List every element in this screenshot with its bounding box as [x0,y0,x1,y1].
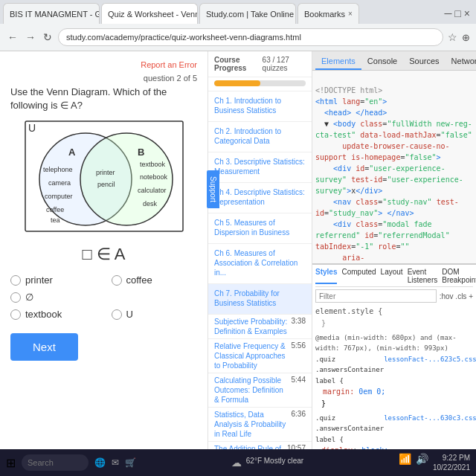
event-listeners-tab[interactable]: Event Listeners [408,268,438,284]
lesson-3-duration: 5:44 [292,376,306,405]
chapter-6-title: Ch 6. Measures of Association & Correlat… [214,248,306,277]
devtools-styles-view: Styles Computed Layout Event Listeners D… [312,264,476,476]
css-rule-media: @media (min-width: 680px) and (max-width… [315,332,473,410]
tab-bookmarks[interactable]: Bookmarks × [298,3,359,24]
network-icon: 📶 [399,453,411,472]
radio-printer[interactable] [10,275,21,286]
progress-count: 63 / 127 quizzes [263,56,306,72]
tab-bis-label: BIS IT MANAGMENT - Google S... [10,10,100,19]
report-error-link[interactable]: Report an Error [141,60,197,69]
tab-study[interactable]: Study.com | Take Online Course... × [199,3,296,24]
devtools-tab-network[interactable]: Network [446,54,476,70]
chapter-1-title: Ch 1. Introduction to Business Statistic… [214,96,306,115]
devtools-tab-console[interactable]: Console [361,54,403,70]
tab-quiz[interactable]: Quiz & Worksheet - Venn Diag... × [101,3,198,24]
reload-button[interactable]: ↻ [42,30,54,45]
extensions-icon[interactable]: ⊕ [462,32,470,43]
tab-bookmarks-close[interactable]: × [348,10,353,18]
lesson-3-title: Calculating Possible Outcomes: Definitio… [214,376,289,405]
tab-quiz-label: Quiz & Worksheet - Venn Diag... [108,10,198,19]
option-coffee[interactable]: coffee [112,274,198,286]
option-coffee-label: coffee [126,274,152,286]
lesson-2[interactable]: Relative Frequency & Classical Approache… [208,339,312,373]
css-margin-prop: margin: 0em 0; [315,386,473,398]
taskbar-system-icons: ☁ 62°F Mostly clear [231,457,303,469]
chapter-3-title: Ch 3. Descriptive Statistics: Measuremen… [214,157,306,176]
progress-label: Course Progress [214,56,263,72]
radio-textbook[interactable] [10,309,21,320]
chapter-2[interactable]: Ch 2. Introduction to Categorical Data [208,122,312,152]
svg-text:printer: printer [96,169,115,176]
css-media-query: @media (min-width: 680px) and (max-width… [315,332,473,354]
tab-bis[interactable]: BIS IT MANAGMENT - Google S... × [3,3,100,24]
address-input[interactable] [58,28,443,46]
taskbar-app-store[interactable]: 🛒 [125,457,136,468]
devtools-tab-sources[interactable]: Sources [403,54,445,70]
chapter-1[interactable]: Ch 1. Introduction to Business Statistic… [208,91,312,122]
chapter-6[interactable]: Ch 6. Measures of Association & Correlat… [208,244,312,284]
styles-tab[interactable]: Styles [315,268,337,284]
back-button[interactable]: ← [6,30,19,45]
option-empty-set[interactable]: ∅ [10,292,197,303]
radio-u[interactable] [112,309,122,320]
lesson-4[interactable]: Statistics, Data Analysis & Probability … [208,408,312,442]
chapter-7-title: Ch 7. Probability for Business Statistic… [214,289,306,308]
bookmark-star-icon[interactable]: ☆ [448,31,457,43]
support-tab[interactable]: Support [207,170,219,208]
option-u[interactable]: U [112,309,198,320]
radio-empty-set[interactable] [10,292,21,303]
chapter-5[interactable]: Ch 5. Measures of Dispersion in Business [208,213,312,244]
option-textbook[interactable]: textbook [10,309,97,320]
clock: 9:22 PM 10/22/2021 [433,453,470,472]
tab-bar: BIS IT MANAGMENT - Google S... × Quiz & … [0,0,476,24]
forward-button[interactable]: → [24,30,37,45]
lesson-3[interactable]: Calculating Possible Outcomes: Definitio… [208,373,312,408]
radio-coffee[interactable] [112,275,122,286]
dom-breakpoints-tab[interactable]: DOM Breakpoints [442,268,476,284]
taskbar-app-edge[interactable]: 🌐 [94,457,106,468]
close-icon[interactable]: × [464,7,470,19]
minimize-icon[interactable]: ─ [444,7,451,19]
svg-text:tea: tea [51,216,60,224]
lesson-1-duration: 3:38 [292,317,306,336]
chapter-4[interactable]: Ch 4. Descriptive Statistics: Representa… [208,183,312,213]
svg-text:A: A [68,147,76,158]
devtools-html-view: <!DOCTYPE html> <html lang="en"> <head> … [312,71,476,264]
chapter-3[interactable]: Ch 3. Descriptive Statistics: Measuremen… [208,152,312,183]
progress-fill [214,80,260,86]
option-printer[interactable]: printer [10,274,97,286]
quiz-panel: Report an Error question 2 of 5 Use the … [0,51,208,476]
lesson-1-title: Subjective Probability: Definition & Exa… [214,317,289,336]
chapter-7[interactable]: Ch 7. Probability for Business Statistic… [208,284,312,315]
browser-chrome: BIS IT MANAGMENT - Google S... × Quiz & … [0,0,476,51]
lesson-4-duration: 6:36 [292,410,306,439]
taskbar-weather-icon: ☁ [231,457,242,469]
start-button[interactable]: ⊞ [6,456,16,470]
lesson-1[interactable]: Subjective Probability: Definition & Exa… [208,315,312,339]
svg-text:coffee: coffee [46,206,64,213]
computed-tab[interactable]: Computed [341,268,376,284]
taskbar-weather: 62°F Mostly clear [246,457,303,469]
question-text: Use the Venn Diagram. Which of the follo… [10,86,197,112]
css-selector-quiz: .quiz .answersContainer label { lessonFa… [315,413,473,445]
tab-bookmarks-label: Bookmarks [304,10,345,19]
chapter-5-title: Ch 5. Measures of Dispersion in Business [214,218,306,237]
styles-filter-input[interactable] [315,289,437,303]
maximize-icon[interactable]: □ [454,7,460,19]
symbol-expression: □ ∈ A [10,245,197,264]
layout-tab[interactable]: Layout [381,268,403,284]
svg-text:U: U [28,122,36,134]
svg-text:textbook: textbook [140,161,166,168]
chapter-4-title: Ch 4. Descriptive Statistics: Representa… [214,187,306,207]
next-button[interactable]: Next [10,333,78,361]
svg-text:telephone: telephone [43,166,73,173]
time-display: 9:22 PM [433,453,470,463]
css-rule-close1: } [315,398,473,410]
taskbar-search-input[interactable] [22,454,89,471]
main-layout: Report an Error question 2 of 5 Use the … [0,51,476,476]
taskbar: ⊞ 🌐 ✉ 🛒 ☁ 62°F Mostly clear 📶 🔊 9:22 PM … [0,449,476,476]
svg-text:desk: desk [143,200,158,208]
progress-header: Course Progress 63 / 127 quizzes [208,51,312,77]
taskbar-app-mail[interactable]: ✉ [112,457,119,468]
devtools-tab-elements[interactable]: Elements [315,54,361,70]
